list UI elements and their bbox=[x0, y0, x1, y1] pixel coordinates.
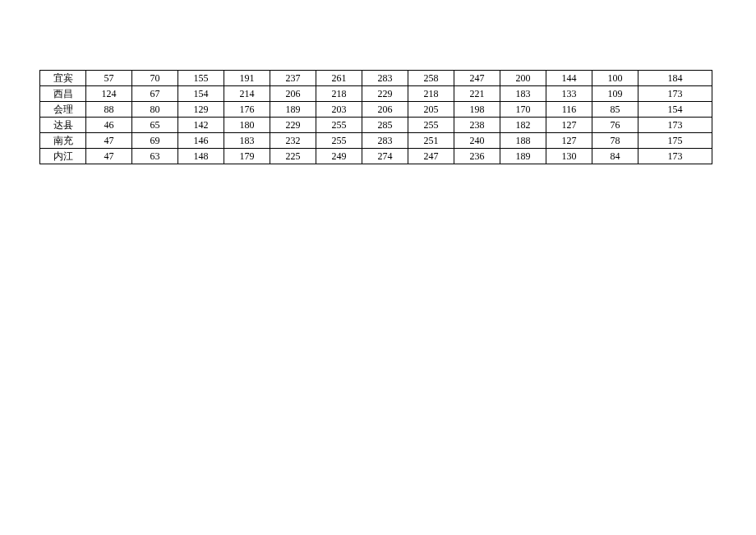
cell: 76 bbox=[592, 118, 638, 133]
cell: 144 bbox=[546, 71, 592, 86]
cell: 80 bbox=[132, 102, 178, 118]
cell: 218 bbox=[316, 86, 362, 102]
cell: 247 bbox=[454, 71, 500, 86]
row-name: 会理 bbox=[40, 102, 86, 118]
cell: 109 bbox=[592, 86, 638, 102]
page: 宜宾 57 70 155 191 237 261 283 258 247 200… bbox=[0, 0, 756, 535]
cell: 70 bbox=[132, 71, 178, 86]
cell: 63 bbox=[132, 149, 178, 164]
row-name: 宜宾 bbox=[40, 71, 86, 86]
cell: 173 bbox=[638, 86, 712, 102]
cell: 261 bbox=[316, 71, 362, 86]
cell: 225 bbox=[270, 149, 316, 164]
cell: 214 bbox=[224, 86, 270, 102]
cell: 88 bbox=[86, 102, 132, 118]
cell: 189 bbox=[270, 102, 316, 118]
cell: 146 bbox=[178, 133, 224, 149]
cell: 47 bbox=[86, 149, 132, 164]
cell: 237 bbox=[270, 71, 316, 86]
cell: 47 bbox=[86, 133, 132, 149]
table-row: 南充 47 69 146 183 232 255 283 251 240 188… bbox=[40, 133, 712, 149]
cell: 69 bbox=[132, 133, 178, 149]
cell: 188 bbox=[500, 133, 546, 149]
cell: 283 bbox=[362, 71, 408, 86]
cell: 142 bbox=[178, 118, 224, 133]
row-name: 内江 bbox=[40, 149, 86, 164]
cell: 124 bbox=[86, 86, 132, 102]
cell: 258 bbox=[408, 71, 454, 86]
cell: 85 bbox=[592, 102, 638, 118]
cell: 221 bbox=[454, 86, 500, 102]
row-name: 达县 bbox=[40, 118, 86, 133]
cell: 255 bbox=[316, 133, 362, 149]
cell: 170 bbox=[500, 102, 546, 118]
cell: 240 bbox=[454, 133, 500, 149]
cell: 127 bbox=[546, 118, 592, 133]
cell: 198 bbox=[454, 102, 500, 118]
table-row: 西昌 124 67 154 214 206 218 229 218 221 18… bbox=[40, 86, 712, 102]
cell: 229 bbox=[270, 118, 316, 133]
cell: 100 bbox=[592, 71, 638, 86]
cell: 173 bbox=[638, 118, 712, 133]
cell: 184 bbox=[638, 71, 712, 86]
cell: 154 bbox=[178, 86, 224, 102]
cell: 176 bbox=[224, 102, 270, 118]
cell: 189 bbox=[500, 149, 546, 164]
cell: 155 bbox=[178, 71, 224, 86]
row-name: 南充 bbox=[40, 133, 86, 149]
cell: 255 bbox=[408, 118, 454, 133]
cell: 133 bbox=[546, 86, 592, 102]
cell: 229 bbox=[362, 86, 408, 102]
cell: 274 bbox=[362, 149, 408, 164]
cell: 180 bbox=[224, 118, 270, 133]
cell: 203 bbox=[316, 102, 362, 118]
cell: 255 bbox=[316, 118, 362, 133]
cell: 247 bbox=[408, 149, 454, 164]
cell: 251 bbox=[408, 133, 454, 149]
cell: 191 bbox=[224, 71, 270, 86]
cell: 182 bbox=[500, 118, 546, 133]
cell: 205 bbox=[408, 102, 454, 118]
cell: 130 bbox=[546, 149, 592, 164]
cell: 65 bbox=[132, 118, 178, 133]
data-table: 宜宾 57 70 155 191 237 261 283 258 247 200… bbox=[39, 70, 712, 164]
table-row: 达县 46 65 142 180 229 255 285 255 238 182… bbox=[40, 118, 712, 133]
cell: 179 bbox=[224, 149, 270, 164]
cell: 200 bbox=[500, 71, 546, 86]
cell: 232 bbox=[270, 133, 316, 149]
cell: 116 bbox=[546, 102, 592, 118]
cell: 238 bbox=[454, 118, 500, 133]
table-body: 宜宾 57 70 155 191 237 261 283 258 247 200… bbox=[40, 71, 712, 164]
table-row: 宜宾 57 70 155 191 237 261 283 258 247 200… bbox=[40, 71, 712, 86]
cell: 84 bbox=[592, 149, 638, 164]
cell: 183 bbox=[500, 86, 546, 102]
cell: 46 bbox=[86, 118, 132, 133]
row-name: 西昌 bbox=[40, 86, 86, 102]
cell: 236 bbox=[454, 149, 500, 164]
cell: 78 bbox=[592, 133, 638, 149]
cell: 175 bbox=[638, 133, 712, 149]
cell: 148 bbox=[178, 149, 224, 164]
table-row: 会理 88 80 129 176 189 203 206 205 198 170… bbox=[40, 102, 712, 118]
cell: 129 bbox=[178, 102, 224, 118]
cell: 283 bbox=[362, 133, 408, 149]
cell: 127 bbox=[546, 133, 592, 149]
cell: 206 bbox=[270, 86, 316, 102]
table-row: 内江 47 63 148 179 225 249 274 247 236 189… bbox=[40, 149, 712, 164]
cell: 57 bbox=[86, 71, 132, 86]
cell: 249 bbox=[316, 149, 362, 164]
cell: 154 bbox=[638, 102, 712, 118]
cell: 206 bbox=[362, 102, 408, 118]
cell: 218 bbox=[408, 86, 454, 102]
cell: 173 bbox=[638, 149, 712, 164]
cell: 67 bbox=[132, 86, 178, 102]
cell: 183 bbox=[224, 133, 270, 149]
cell: 285 bbox=[362, 118, 408, 133]
